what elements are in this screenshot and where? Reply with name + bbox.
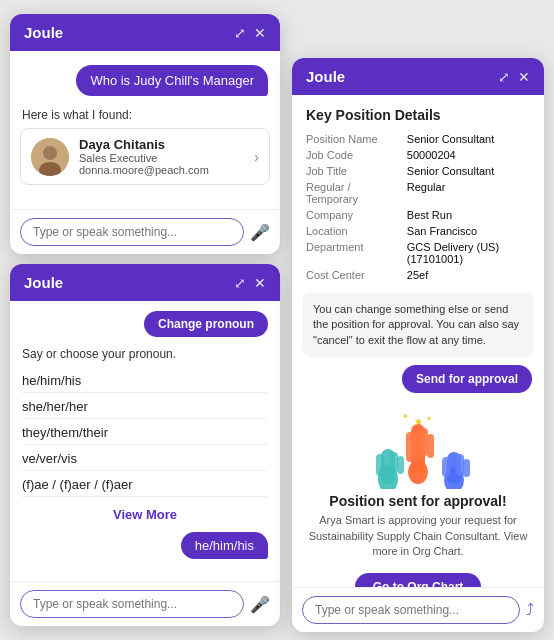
svg-rect-5 xyxy=(376,454,384,476)
table-row: Position Name Senior Consultant xyxy=(306,131,530,147)
svg-rect-7 xyxy=(397,456,404,474)
table-row: Company Best Run xyxy=(306,207,530,223)
card-change-pronoun: Joule ⤢ ✕ Change pronoun Say or choose y… xyxy=(10,264,280,626)
close-icon[interactable]: ✕ xyxy=(518,69,530,85)
card2-header: Joule ⤢ ✕ xyxy=(10,264,280,301)
kp-value: Senior Consultant xyxy=(407,131,530,147)
card2-input-row: 🎤 xyxy=(10,581,280,626)
svg-text:✦: ✦ xyxy=(402,412,409,421)
pronoun-item-3[interactable]: they/them/their xyxy=(22,421,268,445)
card2-chat-input[interactable] xyxy=(20,590,244,618)
info-box: You can change something else or send th… xyxy=(302,293,534,357)
card3-title: Joule xyxy=(306,68,345,85)
chevron-right-icon: › xyxy=(254,149,259,165)
pronoun-item-2[interactable]: she/her/her xyxy=(22,395,268,419)
card2-title: Joule xyxy=(24,274,63,291)
pronoun-item-4[interactable]: ve/ver/vis xyxy=(22,447,268,471)
send-approval-button[interactable]: Send for approval xyxy=(402,365,532,393)
table-row: Department GCS Delivery (US) (17101001) xyxy=(306,239,530,267)
card-who-is-manager: Joule ⤢ ✕ Who is Judy Chill's Manager He… xyxy=(10,14,280,254)
approval-desc: Arya Smart is approving your request for… xyxy=(306,513,530,559)
kp-label: Position Name xyxy=(306,131,407,147)
expand-icon[interactable]: ⤢ xyxy=(234,25,246,41)
kp-label: Job Title xyxy=(306,163,407,179)
change-pronoun-button[interactable]: Change pronoun xyxy=(144,311,268,337)
kp-value: Senior Consultant xyxy=(407,163,530,179)
mic-icon[interactable]: 🎤 xyxy=(250,223,270,242)
pronoun-item-5[interactable]: (f)ae / (f)aer / (f)aer xyxy=(22,473,268,497)
card3-body: Key Position Details Position Name Senio… xyxy=(292,95,544,587)
svg-rect-6 xyxy=(390,452,398,472)
card1-body: Who is Judy Chill's Manager Here is what… xyxy=(10,51,280,209)
table-row: Job Title Senior Consultant xyxy=(306,163,530,179)
person-info: Daya Chitanis Sales Executive donna.moor… xyxy=(79,137,244,176)
kp-value: 25ef xyxy=(407,267,530,283)
found-text: Here is what I found: xyxy=(22,108,268,122)
svg-text:✦: ✦ xyxy=(426,415,432,422)
card3-header: Joule ⤢ ✕ xyxy=(292,58,544,95)
person-result-row[interactable]: Daya Chitanis Sales Executive donna.moor… xyxy=(20,128,270,185)
approval-text-block: Position sent for approval! Arya Smart i… xyxy=(292,493,544,567)
card3-chat-input[interactable] xyxy=(302,596,520,624)
approval-illustration: ★ ✦ ✦ xyxy=(292,409,544,489)
svg-rect-15 xyxy=(442,457,450,477)
card2-body: Change pronoun Say or choose your pronou… xyxy=(10,301,280,581)
approval-title: Position sent for approval! xyxy=(306,493,530,509)
share-icon[interactable]: ⤴ xyxy=(526,601,534,619)
kp-value: Regular xyxy=(407,179,530,207)
kp-value: 50000204 xyxy=(407,147,530,163)
avatar xyxy=(31,138,69,176)
svg-rect-16 xyxy=(456,454,464,476)
card3-input-row: ⤴ xyxy=(292,587,544,632)
kp-label: Cost Center xyxy=(306,267,407,283)
card2-header-icons: ⤢ ✕ xyxy=(234,275,266,291)
person-name: Daya Chitanis xyxy=(79,137,244,152)
pronoun-item-1[interactable]: he/him/his xyxy=(22,369,268,393)
card1-chat-input[interactable] xyxy=(20,218,244,246)
kp-label: Company xyxy=(306,207,407,223)
svg-rect-11 xyxy=(420,428,428,456)
kp-label: Job Code xyxy=(306,147,407,163)
expand-icon[interactable]: ⤢ xyxy=(498,69,510,85)
view-more-link[interactable]: View More xyxy=(10,507,280,522)
kp-label: Department xyxy=(306,239,407,267)
go-to-org-chart-button[interactable]: Go to Org Chart xyxy=(355,573,482,587)
svg-rect-17 xyxy=(463,459,470,477)
card1-input-row: 🎤 xyxy=(10,209,280,254)
svg-text:★: ★ xyxy=(414,416,423,427)
pronoun-instruction: Say or choose your pronoun. xyxy=(22,347,268,361)
user-message-bubble: Who is Judy Chill's Manager xyxy=(76,65,268,96)
mic-icon[interactable]: 🎤 xyxy=(250,595,270,614)
kp-label: Regular / Temporary xyxy=(306,179,407,207)
table-row: Cost Center 25ef xyxy=(306,267,530,283)
position-details-table: Position Name Senior ConsultantJob Code … xyxy=(306,131,530,283)
kp-value: Best Run xyxy=(407,207,530,223)
person-email: donna.moore@peach.com xyxy=(79,164,244,176)
expand-icon[interactable]: ⤢ xyxy=(234,275,246,291)
pronoun-list: he/him/his she/her/her they/them/their v… xyxy=(22,369,268,497)
svg-rect-12 xyxy=(427,434,434,458)
card3-header-icons: ⤢ ✕ xyxy=(498,69,530,85)
table-row: Job Code 50000204 xyxy=(306,147,530,163)
close-icon[interactable]: ✕ xyxy=(254,275,266,291)
person-role: Sales Executive xyxy=(79,152,244,164)
card1-title: Joule xyxy=(24,24,63,41)
close-icon[interactable]: ✕ xyxy=(254,25,266,41)
section-title: Key Position Details xyxy=(306,107,530,123)
svg-rect-10 xyxy=(406,432,414,462)
kp-value: San Francisco xyxy=(407,223,530,239)
table-row: Regular / Temporary Regular xyxy=(306,179,530,207)
kp-value: GCS Delivery (US) (17101001) xyxy=(407,239,530,267)
card1-header: Joule ⤢ ✕ xyxy=(10,14,280,51)
svg-point-1 xyxy=(43,146,57,160)
kp-label: Location xyxy=(306,223,407,239)
card1-header-icons: ⤢ ✕ xyxy=(234,25,266,41)
table-row: Location San Francisco xyxy=(306,223,530,239)
selected-pronoun-bubble: he/him/his xyxy=(181,532,268,559)
card-key-position: Joule ⤢ ✕ Key Position Details Position … xyxy=(292,58,544,632)
